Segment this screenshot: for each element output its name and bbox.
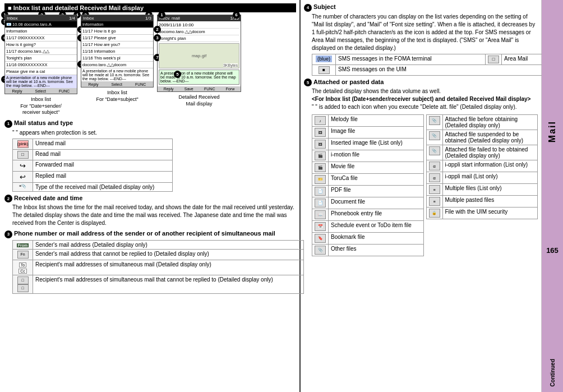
sidebar-mail-label: Mail bbox=[547, 121, 557, 142]
table-row: (blue) SMS messages in the FOMA terminal… bbox=[312, 54, 546, 64]
screen-row-2-5: 11/16 Information bbox=[81, 48, 153, 55]
page-container: ■ Inbox list and detailed Received Mail … bbox=[0, 0, 563, 392]
screen-row-2-long: A presentation of a new mobile phone wil… bbox=[81, 68, 153, 82]
screen-title-2: Inbox bbox=[83, 16, 94, 21]
from-icon: From bbox=[17, 243, 29, 247]
table-row: Fn Sender's mail address that cannot be … bbox=[13, 249, 304, 260]
list-item: 📖 Phonebook entry file bbox=[312, 209, 424, 221]
bookmark-icon: 🔖 bbox=[315, 234, 326, 243]
section-title-icon: ■ bbox=[8, 4, 12, 11]
toruca-icon: 🎫 bbox=[315, 175, 326, 184]
table-row: □ □ Recipient's mail addresses of simult… bbox=[13, 275, 304, 293]
area-mail-icon: □ bbox=[488, 56, 499, 63]
label-cell: PDF file bbox=[329, 186, 424, 197]
icon-cell: 📖 bbox=[312, 209, 329, 221]
section-5-title: Attached or pasted data bbox=[313, 79, 384, 85]
screen-footer-2: Reply Select FUNC bbox=[81, 82, 153, 87]
icon-cell: □ □ bbox=[13, 275, 33, 293]
detailed-screen: Recv. mail 1/15 2009/11/18 10:00 docomo.… bbox=[157, 15, 241, 92]
type-icon: ≡📎 bbox=[19, 184, 26, 188]
label-cell: Sender's mail address that cannot be rep… bbox=[33, 249, 304, 260]
recv-text: A presentation of a new mobile phone wil… bbox=[159, 70, 239, 85]
badge-section-1: 1 bbox=[4, 120, 12, 128]
label-cell: Schedule event or ToDo item file bbox=[329, 221, 424, 233]
screen-row-1: 📧 10.08 docomo.taro.A bbox=[5, 21, 77, 28]
cc-icon: Cc bbox=[19, 269, 27, 274]
caption-2-line1: Inbox list bbox=[107, 90, 127, 95]
screen-mockup-1: Inbox 1/4 📧 10.08 docomo.taro.A Informat… bbox=[4, 15, 77, 94]
screen-fraction-2: 1/3 bbox=[145, 16, 151, 21]
recv-row-2: docomo.taro.△△docom bbox=[159, 29, 239, 35]
icon-cell: (pink) bbox=[13, 139, 33, 149]
recipient-icon-2: □ bbox=[17, 284, 29, 292]
iappli-start-icon: α bbox=[429, 162, 440, 170]
screen-row-4: How is it going? bbox=[5, 41, 77, 48]
table-row: ↪ Forwarded mail bbox=[13, 160, 173, 171]
document-icon: 📄 bbox=[315, 199, 326, 207]
screen-row-8: Please give me a cal bbox=[5, 68, 77, 75]
label-cell: Melody file bbox=[329, 115, 424, 127]
caption-2: Inbox list For "Date+subject" bbox=[96, 90, 138, 103]
phonebook-icon: 📖 bbox=[315, 210, 326, 219]
section-5-body-text: The detailed display shows the data volu… bbox=[312, 87, 538, 95]
screen-row-2-1: Information bbox=[81, 21, 153, 28]
badge-6b: 6 bbox=[233, 11, 240, 19]
schedule-icon: 📅 bbox=[315, 222, 326, 231]
icon-cell: ■ bbox=[312, 64, 336, 75]
screen-row-2-6: 11/16 This week's pl bbox=[81, 55, 153, 62]
section-attached: 5 Attached or pasted data The detailed d… bbox=[304, 79, 538, 257]
list-item: 📎 Attached file failed to be obtained (D… bbox=[426, 145, 538, 160]
table-row: ≡📎 Type of the received mail (Detailed d… bbox=[13, 182, 173, 191]
icon-cell: Fn bbox=[13, 249, 33, 260]
list-item: 📎 Attached file suspended to be obtained… bbox=[426, 130, 538, 145]
phone-table: From Sender's mail address (Detailed dis… bbox=[12, 240, 304, 294]
list-item: 📄 Document file bbox=[312, 197, 424, 209]
section-phone-number: 3 Phone number or mail address of the se… bbox=[4, 230, 296, 294]
label-cell: Forwarded mail bbox=[33, 160, 173, 171]
icon-cell: 📄 bbox=[312, 197, 329, 209]
section-5-note: " " is added to each icon when you execu… bbox=[312, 103, 538, 111]
badge-5c: 5 bbox=[174, 71, 181, 78]
caption-2-line2: For "Date+subject" bbox=[96, 96, 138, 102]
label-cell: Image file bbox=[329, 127, 424, 139]
label-cell: Movie file bbox=[329, 162, 424, 174]
icon-cell: ≡ bbox=[426, 196, 442, 207]
caption-1-line3: receiver subject" bbox=[22, 109, 59, 115]
list-item: 📅 Schedule event or ToDo item file bbox=[312, 221, 424, 233]
screen-fraction-1: 1/4 bbox=[69, 16, 75, 21]
attached-table-wrapper: ♪ Melody file 🖼 Image file 🖼 Inserted im… bbox=[312, 113, 538, 256]
table-row: □ Read mail bbox=[13, 149, 173, 160]
table-row: ↩ Replied mail bbox=[13, 171, 173, 182]
icon-cell: α bbox=[426, 160, 442, 172]
label-cell: i-motion file bbox=[329, 150, 424, 162]
icon-cell: 🎬 bbox=[312, 162, 329, 174]
recv-row-1: 2009/11/18 10:00 bbox=[159, 22, 239, 29]
label-cell: ToruCa file bbox=[329, 174, 424, 186]
section-subject: 4 Subject The number of characters you c… bbox=[304, 3, 538, 76]
icon-cell: 📅 bbox=[312, 221, 329, 233]
icon-cell: α bbox=[426, 172, 442, 184]
screen-row-2: Information bbox=[5, 28, 77, 35]
label-cell: i-αppli start information (List only) bbox=[442, 160, 538, 172]
icon-cell: 🔒 bbox=[426, 207, 442, 219]
icon-cell: 📎 bbox=[312, 245, 329, 256]
recv-header: Recv. mail 1/15 bbox=[158, 15, 241, 21]
icon-cell: ♪ bbox=[312, 115, 329, 127]
diagram-detailed-recv: 1 6 2 3 7 5 Recv. mail 1/15 2009/11/18 1… bbox=[157, 15, 241, 107]
right-sidebar: Mail 165 Continued bbox=[542, 0, 563, 392]
multiple-pasted-icon: ≡ bbox=[429, 197, 440, 206]
main-content: ■ Inbox list and detailed Received Mail … bbox=[0, 0, 301, 392]
list-item: 🎫 ToruCa file bbox=[312, 174, 424, 186]
section-5-sub: <For Inbox list (Date+sender/receiver su… bbox=[312, 95, 538, 103]
sms-uim-label: SMS messages on the UIM bbox=[336, 64, 546, 75]
icon-cell: ↩ bbox=[13, 171, 33, 182]
list-item: 🎬 i-motion file bbox=[312, 150, 424, 162]
label-cell: Bookmark file bbox=[329, 233, 424, 245]
recv-row-3: Tonight's plan bbox=[159, 35, 239, 42]
screen-title-1: Inbox bbox=[7, 16, 18, 21]
screen-header-1: Inbox 1/4 bbox=[5, 15, 77, 21]
screen-footer-1: Reply Select FUNC bbox=[5, 89, 77, 94]
icon-cell: □ bbox=[13, 149, 33, 160]
icon-cell: ≡📎 bbox=[13, 182, 33, 191]
icon-cell: ↪ bbox=[13, 160, 33, 171]
